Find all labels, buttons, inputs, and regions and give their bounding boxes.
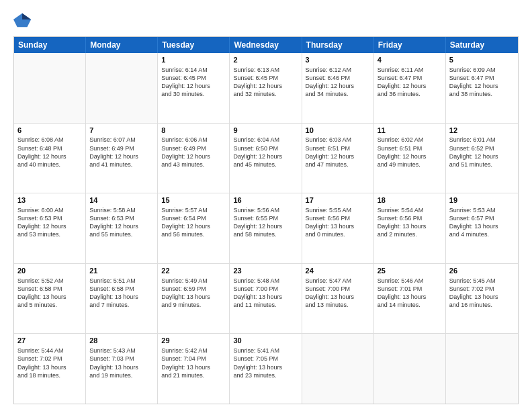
- calendar-body: 1Sunrise: 6:14 AM Sunset: 6:45 PM Daylig…: [14, 53, 518, 404]
- day-number: 8: [161, 126, 226, 136]
- calendar-row-4: 20Sunrise: 5:52 AM Sunset: 6:58 PM Dayli…: [14, 264, 518, 334]
- calendar-cell: [14, 53, 86, 123]
- cell-text: Sunrise: 5:48 AM Sunset: 7:00 PM Dayligh…: [233, 277, 298, 310]
- calendar-cell: 8Sunrise: 6:06 AM Sunset: 6:49 PM Daylig…: [158, 124, 230, 193]
- day-number: 11: [378, 126, 442, 136]
- calendar-row-1: 1Sunrise: 6:14 AM Sunset: 6:45 PM Daylig…: [14, 53, 518, 124]
- day-number: 28: [89, 336, 154, 346]
- cell-text: Sunrise: 5:51 AM Sunset: 6:58 PM Dayligh…: [89, 277, 154, 310]
- cell-text: Sunrise: 5:45 AM Sunset: 7:02 PM Dayligh…: [449, 277, 515, 310]
- calendar-cell: 7Sunrise: 6:07 AM Sunset: 6:49 PM Daylig…: [86, 124, 158, 193]
- calendar-cell: 9Sunrise: 6:04 AM Sunset: 6:50 PM Daylig…: [230, 124, 302, 193]
- calendar-row-5: 27Sunrise: 5:44 AM Sunset: 7:02 PM Dayli…: [14, 334, 518, 404]
- calendar-cell: 16Sunrise: 5:56 AM Sunset: 6:55 PM Dayli…: [230, 193, 302, 263]
- day-number: 20: [17, 266, 82, 276]
- day-number: 1: [161, 55, 226, 65]
- calendar-cell: 29Sunrise: 5:42 AM Sunset: 7:04 PM Dayli…: [158, 334, 230, 404]
- calendar-cell: 27Sunrise: 5:44 AM Sunset: 7:02 PM Dayli…: [14, 334, 86, 404]
- day-number: 3: [306, 55, 370, 65]
- calendar-cell: 10Sunrise: 6:03 AM Sunset: 6:51 PM Dayli…: [302, 124, 374, 193]
- calendar-cell: [302, 334, 374, 404]
- cell-text: Sunrise: 6:14 AM Sunset: 6:45 PM Dayligh…: [161, 66, 226, 99]
- day-number: 5: [449, 55, 515, 65]
- calendar-cell: 2Sunrise: 6:13 AM Sunset: 6:45 PM Daylig…: [230, 53, 302, 123]
- day-number: 22: [161, 266, 226, 276]
- calendar-cell: 17Sunrise: 5:55 AM Sunset: 6:56 PM Dayli…: [302, 193, 374, 263]
- cell-text: Sunrise: 5:42 AM Sunset: 7:04 PM Dayligh…: [161, 347, 226, 379]
- day-number: 27: [17, 336, 82, 346]
- calendar-cell: [374, 334, 446, 404]
- calendar-cell: 19Sunrise: 5:53 AM Sunset: 6:57 PM Dayli…: [446, 193, 518, 263]
- cell-text: Sunrise: 6:12 AM Sunset: 6:46 PM Dayligh…: [306, 66, 370, 99]
- cell-text: Sunrise: 5:43 AM Sunset: 7:03 PM Dayligh…: [89, 347, 154, 379]
- cell-text: Sunrise: 5:46 AM Sunset: 7:01 PM Dayligh…: [378, 277, 442, 310]
- page: SundayMondayTuesdayWednesdayThursdayFrid…: [0, 0, 532, 411]
- day-number: 4: [378, 55, 442, 65]
- cell-text: Sunrise: 5:47 AM Sunset: 7:00 PM Dayligh…: [306, 277, 370, 310]
- cell-text: Sunrise: 5:52 AM Sunset: 6:58 PM Dayligh…: [17, 277, 82, 310]
- weekday-header-saturday: Saturday: [446, 37, 518, 53]
- cell-text: Sunrise: 5:54 AM Sunset: 6:56 PM Dayligh…: [378, 206, 442, 239]
- day-number: 25: [378, 266, 442, 276]
- calendar-cell: 23Sunrise: 5:48 AM Sunset: 7:00 PM Dayli…: [230, 264, 302, 334]
- cell-text: Sunrise: 6:03 AM Sunset: 6:51 PM Dayligh…: [306, 136, 370, 169]
- day-number: 12: [449, 126, 515, 136]
- day-number: 24: [306, 266, 370, 276]
- day-number: 16: [233, 195, 298, 205]
- svg-marker-1: [22, 13, 31, 19]
- cell-text: Sunrise: 6:06 AM Sunset: 6:49 PM Dayligh…: [161, 136, 226, 169]
- cell-text: Sunrise: 6:13 AM Sunset: 6:45 PM Dayligh…: [233, 66, 298, 99]
- weekday-header-thursday: Thursday: [302, 37, 374, 53]
- calendar-cell: 14Sunrise: 5:58 AM Sunset: 6:53 PM Dayli…: [86, 193, 158, 263]
- calendar-cell: 24Sunrise: 5:47 AM Sunset: 7:00 PM Dayli…: [302, 264, 374, 334]
- calendar-cell: 6Sunrise: 6:08 AM Sunset: 6:48 PM Daylig…: [14, 124, 86, 193]
- calendar-cell: 13Sunrise: 6:00 AM Sunset: 6:53 PM Dayli…: [14, 193, 86, 263]
- calendar-cell: 26Sunrise: 5:45 AM Sunset: 7:02 PM Dayli…: [446, 264, 518, 334]
- logo-icon: [13, 11, 32, 30]
- calendar-cell: 3Sunrise: 6:12 AM Sunset: 6:46 PM Daylig…: [302, 53, 374, 123]
- day-number: 30: [233, 336, 298, 346]
- calendar-cell: 5Sunrise: 6:09 AM Sunset: 6:47 PM Daylig…: [446, 53, 518, 123]
- cell-text: Sunrise: 5:55 AM Sunset: 6:56 PM Dayligh…: [306, 206, 370, 239]
- cell-text: Sunrise: 5:44 AM Sunset: 7:02 PM Dayligh…: [17, 347, 82, 379]
- cell-text: Sunrise: 6:01 AM Sunset: 6:52 PM Dayligh…: [449, 136, 515, 169]
- day-number: 9: [233, 126, 298, 136]
- cell-text: Sunrise: 6:04 AM Sunset: 6:50 PM Dayligh…: [233, 136, 298, 169]
- cell-text: Sunrise: 5:58 AM Sunset: 6:53 PM Dayligh…: [89, 206, 154, 239]
- calendar-cell: [86, 53, 158, 123]
- day-number: 14: [89, 195, 154, 205]
- cell-text: Sunrise: 5:53 AM Sunset: 6:57 PM Dayligh…: [449, 206, 515, 239]
- header: [13, 11, 519, 30]
- calendar-cell: 25Sunrise: 5:46 AM Sunset: 7:01 PM Dayli…: [374, 264, 446, 334]
- day-number: 10: [306, 126, 370, 136]
- weekday-header-sunday: Sunday: [14, 37, 86, 53]
- day-number: 26: [449, 266, 515, 276]
- calendar-row-2: 6Sunrise: 6:08 AM Sunset: 6:48 PM Daylig…: [14, 124, 518, 194]
- calendar-cell: 21Sunrise: 5:51 AM Sunset: 6:58 PM Dayli…: [86, 264, 158, 334]
- cell-text: Sunrise: 6:08 AM Sunset: 6:48 PM Dayligh…: [17, 136, 82, 169]
- day-number: 23: [233, 266, 298, 276]
- weekday-header-tuesday: Tuesday: [158, 37, 230, 53]
- cell-text: Sunrise: 6:07 AM Sunset: 6:49 PM Dayligh…: [89, 136, 154, 169]
- weekday-header-wednesday: Wednesday: [230, 37, 302, 53]
- calendar-cell: 20Sunrise: 5:52 AM Sunset: 6:58 PM Dayli…: [14, 264, 86, 334]
- day-number: 15: [161, 195, 226, 205]
- calendar-cell: 28Sunrise: 5:43 AM Sunset: 7:03 PM Dayli…: [86, 334, 158, 404]
- logo: [13, 11, 34, 30]
- calendar-cell: 15Sunrise: 5:57 AM Sunset: 6:54 PM Dayli…: [158, 193, 230, 263]
- calendar-cell: 18Sunrise: 5:54 AM Sunset: 6:56 PM Dayli…: [374, 193, 446, 263]
- cell-text: Sunrise: 5:41 AM Sunset: 7:05 PM Dayligh…: [233, 347, 298, 379]
- calendar-cell: [446, 334, 518, 404]
- day-number: 7: [89, 126, 154, 136]
- day-number: 18: [378, 195, 442, 205]
- cell-text: Sunrise: 6:02 AM Sunset: 6:51 PM Dayligh…: [378, 136, 442, 169]
- day-number: 29: [161, 336, 226, 346]
- calendar-cell: 4Sunrise: 6:11 AM Sunset: 6:47 PM Daylig…: [374, 53, 446, 123]
- day-number: 2: [233, 55, 298, 65]
- cell-text: Sunrise: 6:11 AM Sunset: 6:47 PM Dayligh…: [378, 66, 442, 99]
- cell-text: Sunrise: 5:57 AM Sunset: 6:54 PM Dayligh…: [161, 206, 226, 239]
- day-number: 21: [89, 266, 154, 276]
- calendar-cell: 1Sunrise: 6:14 AM Sunset: 6:45 PM Daylig…: [158, 53, 230, 123]
- day-number: 13: [17, 195, 82, 205]
- calendar-row-3: 13Sunrise: 6:00 AM Sunset: 6:53 PM Dayli…: [14, 193, 518, 264]
